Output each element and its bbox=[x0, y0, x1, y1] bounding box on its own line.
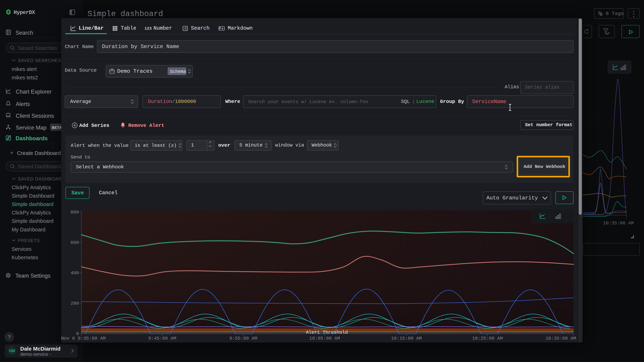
svg-text:Alert Threshold: Alert Threshold bbox=[306, 330, 348, 335]
svg-text:600: 600 bbox=[70, 240, 79, 245]
svg-text:10:35:00 AM: 10:35:00 AM bbox=[603, 220, 634, 226]
svg-text:200: 200 bbox=[70, 301, 79, 306]
svg-text:10:25:00 AM: 10:25:00 AM bbox=[472, 336, 503, 341]
svg-text:800: 800 bbox=[70, 210, 79, 215]
svg-text:10:35:00 AM: 10:35:00 AM bbox=[546, 336, 576, 341]
svg-text:9:55:00 AM: 9:55:00 AM bbox=[229, 336, 257, 341]
svg-text:400: 400 bbox=[70, 270, 79, 276]
svg-text:10:15:00 AM: 10:15:00 AM bbox=[391, 336, 422, 341]
svg-text:9:45:00 AM: 9:45:00 AM bbox=[148, 336, 176, 341]
svg-text:Nov 6 9:35:00 AM: Nov 6 9:35:00 AM bbox=[61, 336, 106, 341]
svg-text:10:05:00 AM: 10:05:00 AM bbox=[309, 336, 340, 341]
